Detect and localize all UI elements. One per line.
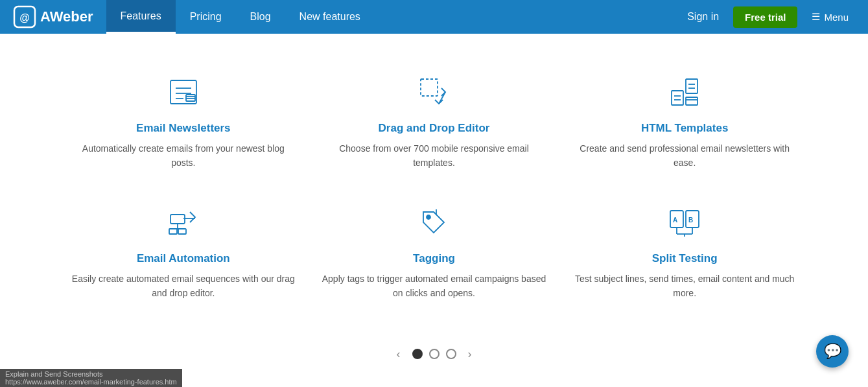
logo-text: AWeber <box>40 8 93 25</box>
svg-rect-18 <box>686 97 698 105</box>
automation-icon <box>164 203 203 242</box>
svg-point-26 <box>427 215 430 219</box>
status-app: Explain and Send Screenshots <box>5 370 177 378</box>
svg-rect-19 <box>170 215 185 224</box>
feature-title-tagging: Tagging <box>413 252 455 265</box>
signin-link[interactable]: Sign in <box>681 11 725 23</box>
feature-desc-split-testing: Test subject lines, send times, email co… <box>572 272 797 301</box>
feature-desc-email-newsletters: Automatically create emails from your ne… <box>71 141 296 170</box>
svg-rect-9 <box>421 79 438 96</box>
feature-desc-html-templates: Create and send professional email newsl… <box>572 141 797 170</box>
features-grid: Email Newsletters Automatically create e… <box>71 73 797 301</box>
svg-text:@: @ <box>19 12 30 23</box>
feature-card-tagging: Tagging Apply tags to trigger automated … <box>322 203 546 301</box>
nav-link-features[interactable]: Features <box>106 0 176 34</box>
menu-button[interactable]: ☰ Menu <box>805 11 855 23</box>
logo-icon: @ <box>13 5 36 29</box>
feature-desc-drag-drop: Choose from over 700 mobile responsive e… <box>322 141 546 170</box>
feature-title-drag-drop: Drag and Drop Editor <box>379 122 490 135</box>
feature-card-html-templates: HTML Templates Create and send professio… <box>572 73 797 170</box>
main-content: Email Newsletters Automatically create e… <box>45 34 823 387</box>
feature-desc-tagging: Apply tags to trigger automated email ca… <box>322 272 546 301</box>
tagging-icon <box>414 203 453 242</box>
status-bar: Explain and Send Screenshots https://www… <box>0 369 182 387</box>
feature-card-email-newsletters: Email Newsletters Automatically create e… <box>71 73 296 170</box>
feature-desc-email-automation: Easily create automated email sequences … <box>71 272 296 301</box>
feature-title-html-templates: HTML Templates <box>641 122 728 135</box>
nav-link-pricing[interactable]: Pricing <box>176 0 236 34</box>
svg-rect-24 <box>178 229 186 234</box>
pagination-dot-1[interactable] <box>412 349 423 359</box>
navbar: @ AWeber Features Pricing Blog New featu… <box>0 0 868 34</box>
svg-rect-14 <box>672 91 683 105</box>
feature-card-split-testing: A B Split Testing Test subject lines, se… <box>572 203 797 301</box>
status-url: https://www.aweber.com/email-marketing-f… <box>5 378 177 386</box>
split-testing-icon: A B <box>665 203 704 242</box>
feature-title-email-automation: Email Automation <box>137 252 230 265</box>
nav-link-blog[interactable]: Blog <box>236 0 285 34</box>
chat-icon: 💬 <box>824 343 841 360</box>
pagination-dot-2[interactable] <box>429 349 440 359</box>
pagination-dot-3[interactable] <box>446 349 456 359</box>
svg-rect-23 <box>169 229 177 234</box>
nav-right: Sign in Free trial ☰ Menu <box>681 6 855 28</box>
svg-text:A: A <box>673 217 677 224</box>
menu-label: Menu <box>824 12 849 23</box>
chat-button[interactable]: 💬 <box>816 335 849 368</box>
svg-rect-11 <box>686 79 698 93</box>
svg-text:B: B <box>688 217 693 224</box>
svg-line-10 <box>439 92 445 104</box>
feature-card-email-automation: Email Automation Easily create automated… <box>71 203 296 301</box>
nav-links: Features Pricing Blog New features <box>106 0 681 34</box>
newsletter-icon <box>164 73 203 111</box>
feature-title-split-testing: Split Testing <box>652 252 718 265</box>
logo[interactable]: @ AWeber <box>13 5 93 29</box>
feature-card-drag-drop: Drag and Drop Editor Choose from over 70… <box>322 73 546 170</box>
svg-rect-2 <box>170 80 196 104</box>
free-trial-button[interactable]: Free trial <box>733 6 797 28</box>
nav-link-newfeatures[interactable]: New features <box>285 0 375 34</box>
pagination-next[interactable]: › <box>463 346 477 362</box>
feature-title-email-newsletters: Email Newsletters <box>136 122 231 135</box>
svg-rect-6 <box>186 95 195 101</box>
pagination-prev[interactable]: ‹ <box>392 346 406 362</box>
html-templates-icon <box>665 73 704 111</box>
hamburger-icon: ☰ <box>812 11 820 23</box>
drag-drop-icon <box>414 73 453 111</box>
